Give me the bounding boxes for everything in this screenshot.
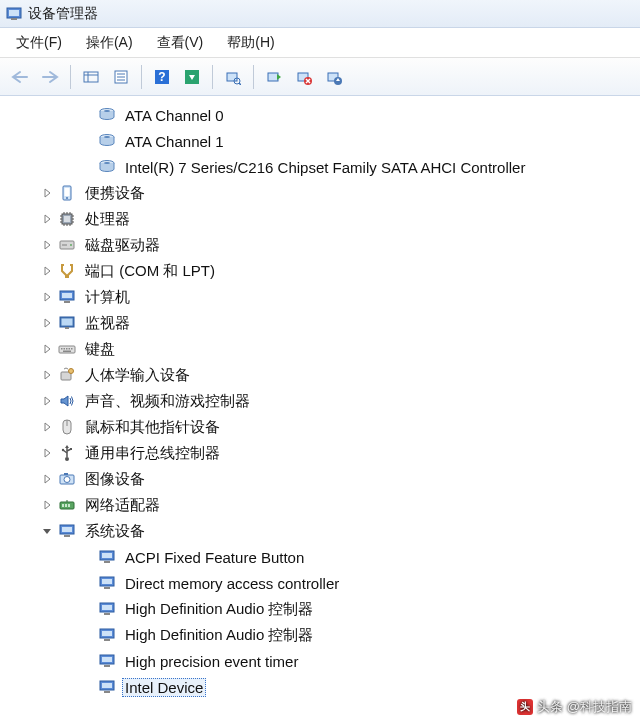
expand-toggle[interactable] <box>40 186 54 200</box>
device-category[interactable]: 磁盘驱动器 <box>4 232 640 258</box>
expand-toggle[interactable] <box>40 212 54 226</box>
device-category[interactable]: 图像设备 <box>4 466 640 492</box>
device-category[interactable]: 端口 (COM 和 LPT) <box>4 258 640 284</box>
device-category[interactable]: 监视器 <box>4 310 640 336</box>
device-item[interactable]: High precision event timer <box>4 648 640 674</box>
menu-file[interactable]: 文件(F) <box>6 30 72 56</box>
device-label: High Definition Audio 控制器 <box>122 599 316 620</box>
category-label: 端口 (COM 和 LPT) <box>82 261 218 282</box>
svg-rect-92 <box>104 613 110 615</box>
scan-hardware-button[interactable] <box>219 64 247 90</box>
system-child-icon <box>98 548 116 566</box>
device-category[interactable]: 处理器 <box>4 206 640 232</box>
svg-rect-83 <box>64 535 70 537</box>
usb-icon <box>58 444 76 462</box>
svg-point-48 <box>70 244 72 246</box>
monitor-icon <box>58 314 76 332</box>
expand-toggle[interactable] <box>40 264 54 278</box>
expand-toggle[interactable] <box>40 290 54 304</box>
device-item[interactable]: Intel Device <box>4 674 640 700</box>
expand-toggle[interactable] <box>40 394 54 408</box>
window-title: 设备管理器 <box>28 5 98 23</box>
system-child-icon <box>98 574 116 592</box>
back-button[interactable] <box>6 64 34 90</box>
svg-rect-3 <box>84 72 98 82</box>
properties-button[interactable] <box>107 64 135 90</box>
expand-toggle[interactable] <box>40 342 54 356</box>
enable-button[interactable] <box>260 64 288 90</box>
svg-point-32 <box>66 197 68 199</box>
device-label: Intel(R) 7 Series/C216 Chipset Family SA… <box>122 158 528 177</box>
svg-rect-49 <box>62 244 67 246</box>
network-icon <box>58 496 76 514</box>
svg-rect-61 <box>66 348 68 350</box>
svg-rect-60 <box>64 348 66 350</box>
svg-rect-88 <box>102 579 112 584</box>
collapse-toggle[interactable] <box>40 524 54 538</box>
device-category[interactable]: 键盘 <box>4 336 640 362</box>
expand-toggle[interactable] <box>40 472 54 486</box>
disk-icon <box>98 132 116 150</box>
device-item[interactable]: ATA Channel 1 <box>4 128 640 154</box>
svg-rect-72 <box>70 448 72 450</box>
device-category[interactable]: 系统设备 <box>4 518 640 544</box>
device-category[interactable]: 网络适配器 <box>4 492 640 518</box>
menu-help[interactable]: 帮助(H) <box>217 30 284 56</box>
svg-rect-91 <box>102 605 112 610</box>
uninstall-button[interactable] <box>290 64 318 90</box>
toolbar-separator <box>70 65 71 89</box>
menu-view[interactable]: 查看(V) <box>147 30 214 56</box>
help-button[interactable]: ? <box>148 64 176 90</box>
action-menu-button[interactable] <box>178 64 206 90</box>
device-category[interactable]: 通用串行总线控制器 <box>4 440 640 466</box>
expand-toggle[interactable] <box>40 316 54 330</box>
svg-rect-94 <box>102 631 112 636</box>
device-item[interactable]: ACPI Fixed Feature Button <box>4 544 640 570</box>
toolbar-separator <box>141 65 142 89</box>
category-label: 鼠标和其他指针设备 <box>82 417 223 438</box>
forward-button[interactable] <box>36 64 64 90</box>
imaging-icon <box>58 470 76 488</box>
category-label: 通用串行总线控制器 <box>82 443 223 464</box>
menubar: 文件(F) 操作(A) 查看(V) 帮助(H) <box>0 28 640 58</box>
category-label: 键盘 <box>82 339 118 360</box>
svg-rect-82 <box>62 527 72 532</box>
expand-toggle[interactable] <box>40 238 54 252</box>
svg-rect-89 <box>104 587 110 589</box>
device-category[interactable]: 人体学输入设备 <box>4 362 640 388</box>
expand-toggle[interactable] <box>40 498 54 512</box>
update-driver-button[interactable] <box>320 64 348 90</box>
device-category[interactable]: 计算机 <box>4 284 640 310</box>
show-hide-button[interactable] <box>77 64 105 90</box>
svg-rect-75 <box>64 473 68 475</box>
category-label: 监视器 <box>82 313 133 334</box>
svg-rect-51 <box>70 264 73 266</box>
svg-rect-34 <box>64 216 70 222</box>
device-item[interactable]: High Definition Audio 控制器 <box>4 622 640 648</box>
device-category[interactable]: 鼠标和其他指针设备 <box>4 414 640 440</box>
toolbar: ? <box>0 58 640 96</box>
expand-toggle[interactable] <box>40 420 54 434</box>
menu-action[interactable]: 操作(A) <box>76 30 143 56</box>
device-label: Intel Device <box>122 678 206 697</box>
sound-icon <box>58 392 76 410</box>
device-item[interactable]: Intel(R) 7 Series/C216 Chipset Family SA… <box>4 154 640 180</box>
portable-icon <box>58 184 76 202</box>
svg-rect-54 <box>64 301 70 303</box>
computer-icon <box>58 288 76 306</box>
device-category[interactable]: 便携设备 <box>4 180 640 206</box>
device-category[interactable]: 声音、视频和游戏控制器 <box>4 388 640 414</box>
device-item[interactable]: Direct memory access controller <box>4 570 640 596</box>
cpu-icon <box>58 210 76 228</box>
expand-toggle[interactable] <box>40 368 54 382</box>
expand-toggle[interactable] <box>40 446 54 460</box>
keyboard-icon <box>58 340 76 358</box>
svg-rect-78 <box>65 504 67 507</box>
system-icon <box>58 522 76 540</box>
device-item[interactable]: ATA Channel 0 <box>4 102 640 128</box>
toolbar-separator <box>212 65 213 89</box>
svg-rect-56 <box>62 319 73 326</box>
device-tree[interactable]: ATA Channel 0 ATA Channel 1 Intel(R) 7 S… <box>0 96 640 700</box>
titlebar: 设备管理器 <box>0 0 640 28</box>
device-item[interactable]: High Definition Audio 控制器 <box>4 596 640 622</box>
